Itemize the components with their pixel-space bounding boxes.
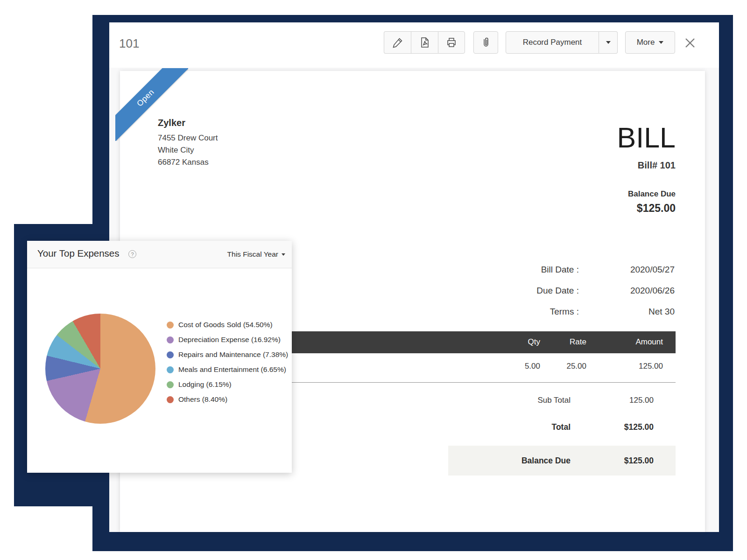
help-icon[interactable]: ? <box>128 250 136 258</box>
record-payment-button[interactable]: Record Payment <box>506 31 599 54</box>
top-expenses-card: Your Top Expenses ? This Fiscal Year Cos… <box>27 241 292 473</box>
rate-column-header: Rate <box>570 337 586 347</box>
document-action-group <box>384 31 465 54</box>
vendor-address-line: 66872 Kansas <box>158 156 218 168</box>
chevron-down-icon <box>606 41 611 44</box>
legend-label: Repairs and Maintenance (7.38%) <box>178 350 288 359</box>
attachment-button[interactable] <box>473 31 498 54</box>
legend-item: Depreciation Expense (16.92%) <box>167 332 288 347</box>
print-button[interactable] <box>438 31 465 54</box>
vendor-address-line: White City <box>158 144 218 156</box>
due-date-label: Due Date : <box>536 286 579 296</box>
legend-label: Depreciation Expense (16.92%) <box>178 336 281 344</box>
expenses-pie-chart <box>45 314 155 424</box>
close-icon <box>683 35 698 50</box>
legend-swatch <box>167 366 174 373</box>
printer-icon <box>446 37 457 48</box>
balance-due-row-label: Balance Due <box>521 456 571 466</box>
legend-item: Cost of Goods Sold (54.50%) <box>167 317 288 332</box>
bill-heading-block: BILL Bill# 101 Balance Due $125.00 <box>617 123 676 215</box>
paperclip-icon <box>481 37 491 48</box>
expenses-card-header: Your Top Expenses ? This Fiscal Year <box>27 241 292 268</box>
qty-column-header: Qty <box>528 337 540 347</box>
qty-cell: 5.00 <box>525 362 540 371</box>
terms-value: Net 30 <box>648 307 675 317</box>
legend-item: Lodging (6.15%) <box>167 377 288 392</box>
edit-button[interactable] <box>384 31 411 54</box>
legend-swatch <box>167 351 174 358</box>
bill-date-label: Bill Date : <box>541 265 579 275</box>
record-payment-dropdown[interactable] <box>599 31 618 54</box>
period-selector[interactable]: This Fiscal Year <box>227 250 285 259</box>
pdf-button[interactable] <box>411 31 438 54</box>
due-date-value: 2020/06/26 <box>630 286 675 296</box>
total-value: $125.00 <box>624 422 654 432</box>
balance-due-row: Balance Due $125.00 <box>448 446 676 476</box>
rate-cell: 25.00 <box>566 362 586 371</box>
legend-label: Cost of Goods Sold (54.50%) <box>178 321 273 329</box>
subtotal-value: 125.00 <box>629 396 654 405</box>
total-label: Total <box>551 422 571 432</box>
period-selector-label: This Fiscal Year <box>227 250 278 259</box>
amount-cell: 125.00 <box>639 362 663 371</box>
legend-item: Repairs and Maintenance (7.38%) <box>167 347 288 362</box>
legend-swatch <box>167 396 174 403</box>
screenshot-stage: 101 <box>0 0 747 560</box>
vendor-name: Zylker <box>158 118 218 128</box>
legend-item: Meals and Entertainment (6.65%) <box>167 362 288 377</box>
bill-date-value: 2020/05/27 <box>630 265 675 275</box>
pdf-icon <box>419 37 430 48</box>
due-date-row: Due Date : 2020/06/26 <box>432 281 675 302</box>
legend-swatch <box>167 336 174 343</box>
bill-number: Bill# 101 <box>617 160 676 171</box>
record-payment-split-button: Record Payment <box>506 31 618 54</box>
balance-due-label: Balance Due <box>617 189 676 199</box>
legend-swatch <box>167 322 174 329</box>
page-title: 101 <box>119 36 139 51</box>
bill-meta-block: Bill Date : 2020/05/27 Due Date : 2020/0… <box>432 260 675 323</box>
vendor-address-line: 7455 Drew Court <box>158 132 218 144</box>
subtotal-label: Sub Total <box>537 396 571 405</box>
legend-label: Lodging (6.15%) <box>178 380 232 389</box>
vendor-address-block: Zylker 7455 Drew Court White City 66872 … <box>158 118 218 168</box>
document-type-title: BILL <box>617 123 676 152</box>
legend-label: Others (8.40%) <box>178 395 227 404</box>
bill-date-row: Bill Date : 2020/05/27 <box>432 260 675 281</box>
chevron-down-icon <box>282 253 285 256</box>
pencil-icon <box>392 37 403 48</box>
balance-due-value: $125.00 <box>617 202 676 215</box>
more-label: More <box>637 38 655 47</box>
close-button[interactable] <box>683 35 698 50</box>
legend-item: Others (8.40%) <box>167 392 288 407</box>
toolbar: 101 <box>109 22 719 68</box>
legend-swatch <box>167 381 174 388</box>
pie-legend: Cost of Goods Sold (54.50%) Depreciation… <box>167 317 288 407</box>
amount-column-header: Amount <box>635 337 663 347</box>
balance-due-row-value: $125.00 <box>624 456 654 466</box>
terms-row: Terms : Net 30 <box>432 302 675 323</box>
more-button[interactable]: More <box>625 31 675 54</box>
expenses-card-title: Your Top Expenses <box>37 248 120 259</box>
legend-label: Meals and Entertainment (6.65%) <box>178 365 286 374</box>
terms-label: Terms : <box>550 307 579 317</box>
chevron-down-icon <box>659 41 663 44</box>
